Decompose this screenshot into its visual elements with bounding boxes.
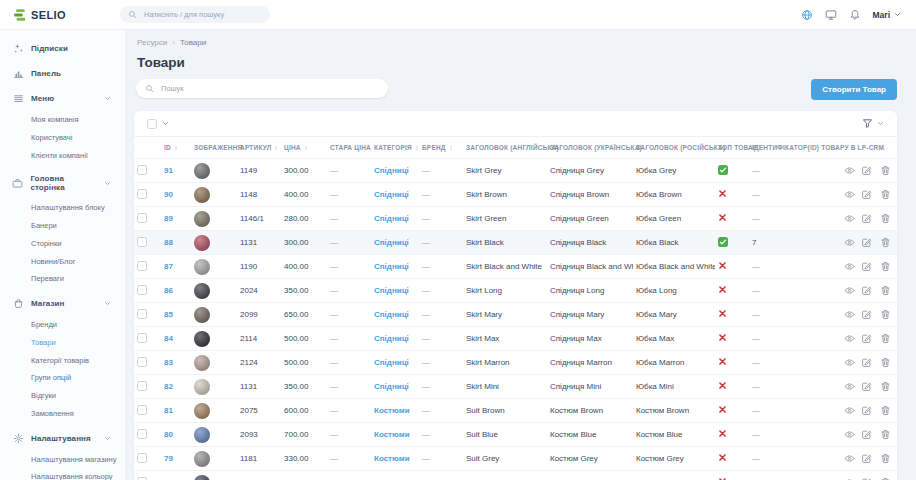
app-logo[interactable]: SELIO	[0, 8, 120, 22]
view-button[interactable]	[844, 285, 855, 296]
edit-button[interactable]	[861, 189, 872, 200]
more-actions-button[interactable]	[837, 190, 838, 200]
sidebar-subitem[interactable]: Налаштування блоку	[31, 199, 119, 217]
more-actions-button[interactable]	[837, 358, 838, 368]
column-header[interactable]: ЦІНА	[281, 137, 327, 159]
product-id-link[interactable]: 85	[164, 310, 173, 319]
sidebar-subitem[interactable]: Відгуки	[31, 387, 119, 405]
view-button[interactable]	[844, 333, 855, 344]
table-search[interactable]	[136, 79, 388, 98]
more-actions-button[interactable]	[837, 214, 838, 224]
product-image[interactable]	[194, 235, 210, 251]
row-checkbox[interactable]	[137, 165, 147, 175]
delete-button[interactable]	[880, 165, 891, 176]
category-link[interactable]: Спідниці	[374, 286, 409, 295]
sidebar-subitem[interactable]: Банери	[31, 217, 119, 235]
product-image[interactable]	[194, 451, 210, 467]
delete-button[interactable]	[880, 285, 891, 296]
product-id-link[interactable]: 79	[164, 454, 173, 463]
view-button[interactable]	[844, 405, 855, 416]
product-image[interactable]	[194, 211, 210, 227]
sidebar-item-2[interactable]: Меню	[12, 86, 119, 111]
sidebar-subitem[interactable]: Переваги	[31, 270, 119, 288]
product-image[interactable]	[194, 187, 210, 203]
view-button[interactable]	[844, 309, 855, 320]
more-actions-button[interactable]	[837, 334, 838, 344]
sidebar-subitem[interactable]: Налаштування магазину	[31, 451, 119, 469]
more-actions-button[interactable]	[837, 454, 838, 464]
row-checkbox[interactable]	[137, 285, 147, 295]
category-link[interactable]: Спідниці	[374, 190, 409, 199]
view-button[interactable]	[844, 165, 855, 176]
product-id-link[interactable]: 82	[164, 382, 173, 391]
delete-button[interactable]	[880, 357, 891, 368]
view-button[interactable]	[844, 357, 855, 368]
table-search-input[interactable]	[159, 83, 379, 94]
column-header[interactable]: КАТЕГОРІЯ	[371, 137, 419, 159]
more-actions-button[interactable]	[837, 286, 838, 296]
sort-icon[interactable]	[448, 145, 454, 151]
sidebar-subitem[interactable]: Новини/Блог	[31, 253, 119, 271]
global-search-input[interactable]	[142, 9, 262, 20]
sort-icon[interactable]	[303, 145, 309, 151]
product-image[interactable]	[194, 427, 210, 443]
more-actions-button[interactable]	[837, 430, 838, 440]
more-actions-button[interactable]	[837, 238, 838, 248]
delete-button[interactable]	[880, 453, 891, 464]
column-header[interactable]: БРЕНД	[419, 137, 463, 159]
select-all-checkbox[interactable]	[147, 119, 157, 129]
sidebar-subitem[interactable]: Клієнти компанії	[31, 147, 119, 165]
more-actions-button[interactable]	[837, 310, 838, 320]
column-header[interactable]: АРТИКУЛ	[237, 137, 281, 159]
sidebar-subitem[interactable]: Користувачі	[31, 129, 119, 147]
product-id-link[interactable]: 90	[164, 190, 173, 199]
edit-button[interactable]	[861, 405, 872, 416]
product-id-link[interactable]: 84	[164, 334, 173, 343]
product-id-link[interactable]: 88	[164, 238, 173, 247]
filter-button[interactable]	[862, 118, 884, 129]
delete-button[interactable]	[880, 333, 891, 344]
product-image[interactable]	[194, 259, 210, 275]
row-checkbox[interactable]	[137, 189, 147, 199]
sidebar-subitem[interactable]: Налаштування кольору	[31, 468, 119, 480]
more-actions-button[interactable]	[837, 382, 838, 392]
category-link[interactable]: Спідниці	[374, 358, 409, 367]
sidebar-item-1[interactable]: Панель	[12, 61, 119, 86]
row-checkbox[interactable]	[137, 309, 147, 319]
sidebar-item-4[interactable]: Магазин	[12, 291, 119, 316]
view-button[interactable]	[844, 261, 855, 272]
delete-button[interactable]	[880, 309, 891, 320]
bell-icon[interactable]	[849, 9, 861, 21]
product-id-link[interactable]: 89	[164, 214, 173, 223]
delete-button[interactable]	[880, 237, 891, 248]
globe-icon[interactable]	[801, 9, 813, 21]
view-button[interactable]	[844, 381, 855, 392]
user-menu[interactable]: Mari	[873, 10, 901, 20]
row-checkbox[interactable]	[137, 429, 147, 439]
global-search[interactable]	[120, 6, 270, 23]
edit-button[interactable]	[861, 429, 872, 440]
sidebar-subitem[interactable]: Групи опцій	[31, 369, 119, 387]
sort-icon[interactable]	[173, 145, 179, 151]
category-link[interactable]: Спідниці	[374, 166, 409, 175]
view-button[interactable]	[844, 213, 855, 224]
create-product-button[interactable]: Створити Товар	[811, 79, 897, 100]
more-actions-button[interactable]	[837, 166, 838, 176]
product-id-link[interactable]: 80	[164, 430, 173, 439]
sidebar-subitem[interactable]: Замовлення	[31, 405, 119, 423]
category-link[interactable]: Спідниці	[374, 310, 409, 319]
monitor-icon[interactable]	[825, 9, 837, 21]
product-image[interactable]	[194, 403, 210, 419]
view-button[interactable]	[844, 429, 855, 440]
product-id-link[interactable]: 81	[164, 406, 173, 415]
product-image[interactable]	[194, 475, 210, 480]
sidebar-subitem[interactable]: Моя компанія	[31, 111, 119, 129]
sidebar-subitem[interactable]: Сторінки	[31, 235, 119, 253]
delete-button[interactable]	[880, 189, 891, 200]
delete-button[interactable]	[880, 381, 891, 392]
product-id-link[interactable]: 91	[164, 166, 173, 175]
column-header[interactable]: ID	[161, 137, 191, 159]
view-button[interactable]	[844, 237, 855, 248]
product-image[interactable]	[194, 307, 210, 323]
sort-icon[interactable]	[273, 145, 279, 151]
